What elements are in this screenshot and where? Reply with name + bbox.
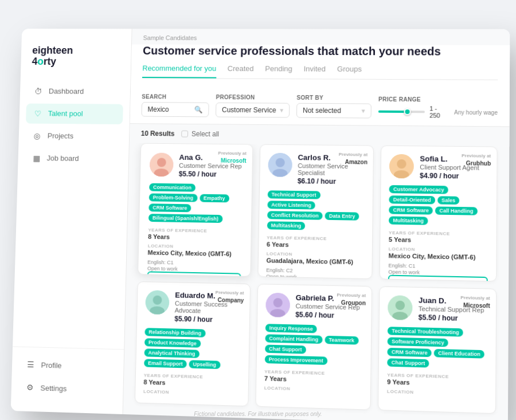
price-slider-thumb[interactable] [404,108,411,115]
skill-tag: Complaint Handling [265,334,322,344]
skill-tag: Problem-Solving [149,193,197,202]
skill-tag: Customer Advocacy [389,185,448,194]
prev-company-eduardo: Previously at Company [215,289,244,304]
projects-icon: ◎ [32,130,42,140]
avatar-juan [388,295,412,320]
skill-tag: Sales [437,196,460,205]
profile-icon: ☰ [25,359,36,369]
skill-tag: Call Handling [435,206,478,215]
card-header-ana: Ana G. Customer Service Rep $5.50 / hour… [150,152,243,178]
skills-sofia: Customer Advocacy Detail-Oriented Sales … [389,185,488,226]
search-label: Search [142,93,209,100]
skill-tag: Technical Support [267,190,320,199]
skill-tag: Communication [149,183,196,191]
chevron-down-icon: ▾ [280,106,283,114]
skill-tag: CRM Software [388,347,432,356]
skill-tag: Upselling [189,360,220,369]
prev-company-gabriela: Previously at Groupon [337,292,366,307]
footnote: Fictional candidates. For illustrative p… [185,402,330,420]
sortby-label: Sort By [296,94,372,101]
skill-tag: Client Education [434,348,484,358]
sidebar-nav: ⏱ Dashboard ♡ Talent pool ◎ Projects ▦ J… [13,81,130,349]
exp-value-sofia: 5 Years [389,235,488,244]
price-slider-track[interactable] [378,110,425,113]
sidebar-bottom: ☰ Profile ⚙ Settings [11,346,124,402]
sidebar-label-projects: Projects [48,131,74,140]
profession-value: Customer Service [222,105,276,113]
sidebar-item-profile[interactable]: ☰ Profile [18,354,117,377]
prev-company-ana: Previously at Microsoft [218,150,247,164]
profession-select[interactable]: Customer Service ▾ [216,102,290,117]
skill-tag: Email Support [144,359,187,368]
skill-tag: Inquiry Response [265,324,317,333]
skill-tag: Conflict Resolution [267,211,323,219]
candidate-rate-juan: $5.50 / hour [419,313,488,323]
profession-label: Profession [216,94,290,101]
skill-tag: Relationship Building [144,328,205,337]
card-footer-ana: English: C1 Open to work [147,259,241,273]
sidebar-label-settings: Settings [40,383,67,392]
skill-tag: Active Listening [267,201,315,209]
skills-gabriela: Inquiry Response Complaint Handling Team… [264,324,363,366]
card-footer-carlos: English: C2 Open to work [266,267,364,279]
talent-pool-icon: ♡ [33,108,43,119]
avatar-ana [150,152,174,176]
card-header-gabriela: Gabriela P. Customer Service Rep $5.60 /… [265,292,363,320]
candidate-card-carlos: Carlos R. Customer Service Specialist $6… [257,144,374,279]
avatar-carlos [268,152,292,176]
outer-wrapper: eighteen4orty ⏱ Dashboard ♡ Talent pool … [11,11,505,420]
tab-groups[interactable]: Groups [337,64,362,78]
skill-tag: Multitasking [267,221,305,230]
search-filter-group: Search Mexico 🔍 [141,93,209,117]
skill-tag: Data Entry [325,211,359,220]
card-header-eduardo: Eduardo M. Customer Success Advocate $5.… [145,290,242,324]
prev-company-carlos: Previously at Amazon [339,151,368,166]
skill-tag: Chat Support [265,344,306,354]
sidebar-item-dashboard[interactable]: ⏱ Dashboard [26,81,124,101]
candidates-grid: Ana G. Customer Service Rep $5.50 / hour… [123,143,510,420]
loc-label-gabriela: LOCATION [264,385,362,393]
skill-tag: CRM Software [148,203,191,212]
card-header-carlos: Carlos R. Customer Service Specialist $6… [268,152,365,186]
card-header-juan: Juan D. Technical Support Rep $5.50 / ho… [388,295,487,323]
page-title: Customer service professionals that matc… [143,44,498,58]
price-label: Price range [378,96,498,103]
skill-tag: Bilingual (Spanish/English) [148,214,222,223]
avatar-eduardo [145,290,169,315]
sidebar-label-talent-pool: Talent pool [48,109,83,117]
settings-icon: ⚙ [25,382,35,392]
tab-recommended[interactable]: Recommended for you [142,64,216,78]
select-all-checkbox[interactable] [181,130,188,137]
price-range-group: Price range 1 - 250 Any hourly wage [378,96,498,119]
search-input[interactable]: Mexico 🔍 [141,102,209,117]
sidebar: eighteen4orty ⏱ Dashboard ♡ Talent pool … [11,29,132,414]
main-content: Sample Candidates Customer service profe… [123,29,510,420]
skill-tag: Multitasking [389,216,428,225]
sidebar-item-talent-pool[interactable]: ♡ Talent pool [26,103,123,124]
skill-tag: Detail-Oriented [389,195,435,204]
sortby-select[interactable]: Not selected ▾ [296,103,372,118]
skill-tag: Analytical Thinking [144,348,199,358]
sidebar-item-settings[interactable]: ⚙ Settings [18,376,116,400]
tab-created[interactable]: Created [228,64,254,78]
select-all-label[interactable]: Select all [181,129,219,138]
results-count: 10 Results [141,129,175,138]
tab-pending[interactable]: Pending [265,64,292,78]
price-range-value: 1 - 250 [429,105,449,119]
avatar-gabriela [265,292,290,317]
tabs-bar: Recommended for you Created Pending Invi… [142,64,498,80]
search-value: Mexico [147,105,169,113]
sidebar-item-job-board[interactable]: ▦ Job board [25,147,122,168]
candidate-rate-carlos: $6.10 / hour [298,177,365,186]
exp-value-ana: 8 Years [148,233,241,241]
results-bar: 10 Results Select all [130,124,510,147]
prev-company-sofia: Previously at Grubhub [462,152,491,167]
candidate-rate-eduardo: $5.90 / hour [174,315,241,324]
sidebar-item-projects[interactable]: ◎ Projects [25,125,123,147]
skill-tag: Product Knowledge [144,338,201,348]
skill-tag: Teamwork [325,335,358,344]
sortby-filter-group: Sort By Not selected ▾ [296,94,372,118]
breadcrumb: Sample Candidates [132,29,510,45]
skills-eduardo: Relationship Building Product Knowledge … [144,328,241,370]
tab-invited[interactable]: Invited [303,64,326,78]
